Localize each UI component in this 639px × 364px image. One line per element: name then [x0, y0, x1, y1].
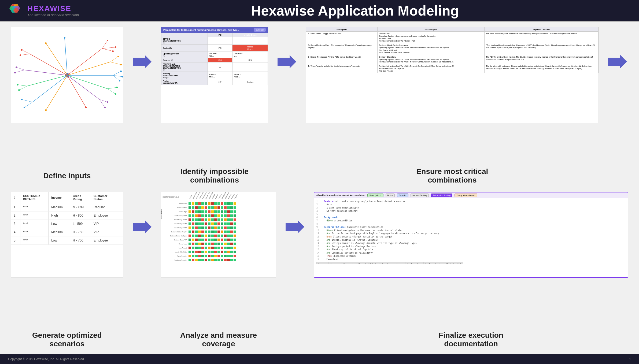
svg-rect-239	[192, 239, 194, 241]
cell-pi-1: Email -Micr...	[208, 72, 232, 79]
svg-rect-208	[189, 231, 191, 233]
gh-col-initial: Initial Capital	[363, 262, 385, 265]
svg-rect-256	[198, 243, 201, 245]
svg-rect-209	[192, 231, 194, 233]
svg-rect-184	[208, 222, 210, 225]
row-device-char: DEVICECHARACTERISTICS(1)	[161, 37, 208, 45]
col-status: CustomerStatus	[91, 192, 116, 203]
outcome-forced-2: Device = Mobile Device from AppleOperati…	[377, 43, 484, 55]
svg-point-44	[117, 56, 119, 57]
svg-text:Credit Rating: H-750: Credit Rating: H-750	[174, 223, 187, 225]
gherkin-save-button[interactable]: Save (all +1)	[367, 194, 383, 197]
page-title: Hexawise Application Modeling	[79, 3, 631, 19]
svg-rect-149	[192, 214, 194, 217]
svg-rect-121	[198, 206, 201, 209]
step-label-2: Identify impossiblecombinations	[161, 167, 268, 184]
svg-rect-134	[192, 210, 194, 213]
customer-table-area: # CUSTOMERDETAILS Income CreditRating Cu…	[11, 192, 123, 278]
svg-rect-322	[217, 259, 220, 261]
gherkin-manual-button[interactable]: Manual Testing	[411, 194, 429, 197]
svg-point-51	[107, 101, 108, 103]
svg-rect-247	[217, 239, 220, 241]
table-row: 3 **** Low L - 599 VIP	[11, 220, 123, 228]
gherkin-line-1: 1 Feature: edit and a non e.g. apply for…	[316, 200, 626, 203]
svg-rect-193	[189, 226, 191, 229]
gherkin-reorder-button[interactable]: Reorder	[397, 194, 408, 197]
svg-rect-264	[224, 243, 227, 245]
gherkin-interactions-button[interactable]: 2-way interactions ▾	[455, 194, 477, 197]
bulk-edit-button[interactable]: Bulk Edit	[254, 28, 266, 32]
table-row: 2 **** High H - 800 Employee	[11, 211, 123, 220]
svg-rect-237	[234, 235, 236, 237]
svg-rect-233	[221, 235, 223, 237]
svg-rect-140	[211, 210, 214, 213]
svg-rect-244	[208, 239, 210, 241]
col-customer-details: CUSTOMERDETAILS	[20, 192, 48, 203]
svg-rect-146	[230, 210, 233, 213]
svg-rect-111	[214, 202, 217, 205]
svg-rect-320	[211, 259, 214, 261]
svg-rect-178	[189, 222, 191, 225]
svg-rect-274	[208, 247, 210, 249]
svg-point-62	[20, 54, 21, 56]
svg-point-43	[112, 50, 114, 52]
step-label-3: Ensure most criticalcombinations	[306, 167, 599, 184]
svg-rect-205	[227, 226, 230, 229]
svg-rect-165	[195, 218, 198, 221]
svg-rect-188	[221, 222, 223, 225]
svg-rect-220	[227, 231, 230, 233]
svg-point-41	[107, 40, 108, 41]
outcome-expected-2: "This functionality not supported on thi…	[484, 43, 598, 55]
svg-rect-141	[214, 210, 217, 213]
cell-pm-1: HP	[208, 79, 232, 85]
mind-map-svg	[11, 27, 123, 123]
svg-rect-309	[224, 255, 227, 257]
arrow-5	[284, 219, 306, 235]
arrow-right-icon	[133, 54, 152, 70]
gherkin-line-9: 9 Scenario Outline: Calculate asset accu…	[316, 226, 626, 229]
gherkin-notes-button[interactable]: Notes	[386, 194, 395, 197]
svg-rect-253	[189, 243, 191, 245]
svg-point-56	[21, 99, 23, 100]
cell-browser-1: IE8	[208, 58, 232, 62]
svg-rect-198	[205, 226, 207, 229]
svg-point-46	[120, 70, 122, 72]
svg-rect-252	[234, 239, 236, 241]
svg-rect-148	[189, 214, 191, 217]
svg-rect-129	[224, 206, 227, 209]
cell-status-5: Employee	[91, 236, 116, 245]
svg-rect-177	[234, 218, 236, 221]
svg-rect-314	[192, 259, 194, 261]
svg-rect-190	[227, 222, 230, 225]
svg-rect-110	[211, 202, 214, 205]
outcome-forced-1: Device = PCOperating System = the most c…	[377, 32, 484, 43]
svg-rect-120	[195, 206, 198, 209]
svg-rect-284	[192, 251, 194, 253]
svg-rect-166	[198, 218, 201, 221]
svg-rect-289	[208, 251, 210, 253]
outcomes-header-forced: Forced Inputs	[377, 27, 484, 32]
svg-rect-164	[192, 218, 194, 221]
params-data-table: PC Mobile Dev... DEVICECHARACTERISTICS(1…	[161, 33, 268, 85]
svg-rect-234	[224, 235, 227, 237]
gherkin-line-10: 10 Given Client navigates to the asset a…	[316, 229, 626, 232]
svg-rect-185	[211, 222, 214, 225]
svg-rect-124	[208, 206, 210, 209]
svg-text:Income: High: Income: High	[179, 211, 187, 213]
gherkin-line-15: 15 And Savings period is <Savings Period…	[316, 245, 626, 248]
svg-rect-195	[195, 226, 198, 229]
svg-rect-267	[234, 243, 236, 245]
cell-income-3: Low	[49, 220, 70, 228]
gherkin-line-18: 18 Then <Expected Outcome>	[316, 255, 626, 258]
svg-rect-203	[221, 226, 223, 229]
logo-brand: HEXAWISE	[27, 4, 79, 13]
customer-table: # CUSTOMERDETAILS Income CreditRating Cu…	[11, 192, 123, 245]
svg-rect-128	[221, 206, 223, 209]
cell-browser-2: IE9	[232, 58, 268, 62]
logo-area: HEXAWISE The science of scenario selecti…	[8, 3, 79, 19]
svg-rect-130	[227, 206, 230, 209]
svg-point-59	[16, 66, 17, 68]
cell-details-1: ****	[20, 203, 48, 211]
gherkin-automated-button[interactable]: Automated Testing	[431, 194, 452, 197]
table-row: 1 - Steel Thread / Happy Path Use Case D…	[306, 32, 599, 43]
